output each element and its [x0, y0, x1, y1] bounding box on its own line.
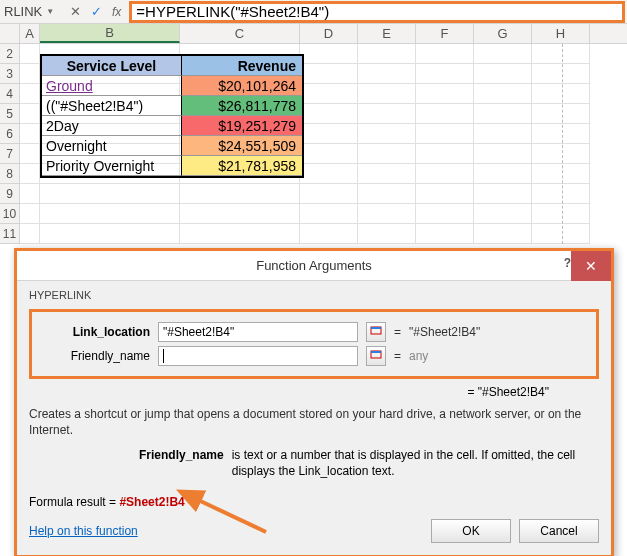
arg-input-link-location[interactable]: "#Sheet2!B4"	[158, 322, 358, 342]
row-header[interactable]: 6	[0, 124, 20, 144]
cell[interactable]	[20, 44, 40, 64]
cell[interactable]	[532, 224, 590, 244]
cell-revenue[interactable]: $21,781,958	[182, 156, 302, 176]
cell[interactable]	[416, 164, 474, 184]
cell[interactable]	[358, 84, 416, 104]
cell[interactable]	[358, 164, 416, 184]
cancel-button[interactable]: Cancel	[519, 519, 599, 543]
cell-service-level[interactable]: Overnight	[42, 136, 182, 156]
cell-service-level[interactable]: Ground	[42, 76, 182, 96]
cell[interactable]	[40, 184, 180, 204]
confirm-formula-icon[interactable]: ✓	[91, 4, 102, 19]
cell[interactable]	[532, 144, 590, 164]
cell[interactable]	[20, 124, 40, 144]
cell[interactable]	[358, 44, 416, 64]
row-header[interactable]: 4	[0, 84, 20, 104]
cell[interactable]	[300, 64, 358, 84]
cell-revenue[interactable]: $19,251,279	[182, 116, 302, 136]
cell-revenue[interactable]: $24,551,509	[182, 136, 302, 156]
fx-icon[interactable]: fx	[112, 5, 121, 19]
col-header-C[interactable]: C	[180, 24, 300, 43]
cell[interactable]	[474, 144, 532, 164]
cell[interactable]	[474, 44, 532, 64]
dialog-titlebar[interactable]: Function Arguments ? ✕	[17, 251, 611, 281]
col-header-E[interactable]: E	[358, 24, 416, 43]
select-all-corner[interactable]	[0, 24, 20, 43]
dialog-close-button[interactable]: ✕	[571, 251, 611, 281]
col-header-H[interactable]: H	[532, 24, 590, 43]
cell[interactable]	[300, 224, 358, 244]
cell[interactable]	[358, 124, 416, 144]
cell[interactable]	[20, 164, 40, 184]
formula-input[interactable]: =HYPERLINK("#Sheet2!B4")	[129, 1, 625, 23]
cell[interactable]	[532, 204, 590, 224]
arg-input-friendly-name[interactable]	[158, 346, 358, 366]
cell[interactable]	[474, 124, 532, 144]
cell[interactable]	[416, 64, 474, 84]
col-header-D[interactable]: D	[300, 24, 358, 43]
dialog-help-icon[interactable]: ?	[564, 256, 571, 270]
cell[interactable]	[532, 164, 590, 184]
cell[interactable]	[416, 84, 474, 104]
cell-revenue[interactable]: $20,101,264	[182, 76, 302, 96]
cell[interactable]	[300, 124, 358, 144]
col-header-G[interactable]: G	[474, 24, 532, 43]
cell-service-level[interactable]: (("#Sheet2!B4")	[42, 96, 182, 116]
row-header[interactable]: 10	[0, 204, 20, 224]
cell[interactable]	[474, 184, 532, 204]
cancel-formula-icon[interactable]: ✕	[70, 4, 81, 19]
dropdown-icon[interactable]: ▼	[46, 7, 54, 16]
cell-revenue[interactable]: $26,811,778	[182, 96, 302, 116]
cell[interactable]	[358, 224, 416, 244]
col-header-A[interactable]: A	[20, 24, 40, 43]
cell-service-level[interactable]: 2Day	[42, 116, 182, 136]
row-header[interactable]: 3	[0, 64, 20, 84]
cell[interactable]	[474, 224, 532, 244]
cell[interactable]	[300, 204, 358, 224]
cell[interactable]	[474, 164, 532, 184]
row-header[interactable]: 9	[0, 184, 20, 204]
cell[interactable]	[358, 104, 416, 124]
cell[interactable]	[20, 84, 40, 104]
cell[interactable]	[532, 84, 590, 104]
cell-service-level[interactable]: Priority Overnight	[42, 156, 182, 176]
cell[interactable]	[20, 144, 40, 164]
row-header[interactable]: 2	[0, 44, 20, 64]
cell[interactable]	[416, 124, 474, 144]
col-header-F[interactable]: F	[416, 24, 474, 43]
cell[interactable]	[40, 224, 180, 244]
cell[interactable]	[300, 84, 358, 104]
cell[interactable]	[300, 164, 358, 184]
col-header-B[interactable]: B	[40, 24, 180, 43]
cell[interactable]	[20, 104, 40, 124]
cell[interactable]	[416, 224, 474, 244]
cell[interactable]	[358, 64, 416, 84]
cell[interactable]	[300, 144, 358, 164]
cell[interactable]	[180, 184, 300, 204]
cell[interactable]	[40, 204, 180, 224]
cell[interactable]	[358, 204, 416, 224]
cell[interactable]	[20, 204, 40, 224]
cell[interactable]	[474, 104, 532, 124]
cell[interactable]	[416, 204, 474, 224]
cell[interactable]	[300, 44, 358, 64]
row-header[interactable]: 11	[0, 224, 20, 244]
cell[interactable]	[20, 224, 40, 244]
cell[interactable]	[180, 204, 300, 224]
cell[interactable]	[474, 84, 532, 104]
cell[interactable]	[416, 144, 474, 164]
cell[interactable]	[532, 44, 590, 64]
ok-button[interactable]: OK	[431, 519, 511, 543]
cell[interactable]	[532, 184, 590, 204]
cell[interactable]	[20, 184, 40, 204]
collapse-dialog-icon[interactable]	[366, 346, 386, 366]
cell[interactable]	[416, 104, 474, 124]
cell[interactable]	[300, 184, 358, 204]
row-header[interactable]: 8	[0, 164, 20, 184]
cell[interactable]	[300, 104, 358, 124]
cell[interactable]	[474, 64, 532, 84]
cell[interactable]	[474, 204, 532, 224]
row-header[interactable]: 5	[0, 104, 20, 124]
cell[interactable]	[180, 224, 300, 244]
help-on-function-link[interactable]: Help on this function	[29, 524, 138, 538]
